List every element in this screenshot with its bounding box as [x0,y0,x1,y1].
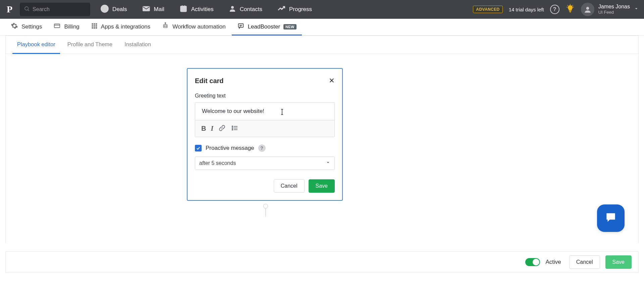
rte-toolbar: B I [195,120,334,137]
settings-bar: Settings Billing Apps & integrations Wor… [0,19,644,36]
greeting-label: Greeting text [195,93,335,99]
tab-workflow[interactable]: Workflow automation [156,19,231,36]
svg-point-16 [586,7,589,10]
svg-rect-26 [94,27,95,28]
svg-rect-27 [96,27,97,28]
proactive-checkbox[interactable] [195,145,202,151]
nav-label: Progress [289,6,312,13]
nav-mail[interactable]: Mail [137,0,169,19]
list-button[interactable] [231,124,239,133]
bottom-save-button[interactable]: Save [605,255,632,269]
bold-button[interactable]: B [201,125,206,132]
person-icon [228,5,236,14]
chat-fab[interactable] [597,204,625,232]
tab-label: Billing [64,23,79,30]
tab-label: Settings [21,23,42,30]
svg-point-29 [164,26,165,26]
card-save-button[interactable]: Save [309,179,335,193]
apps-icon [91,22,98,31]
progress-icon [277,5,286,14]
svg-rect-21 [96,23,97,25]
link-button[interactable] [218,124,226,133]
delay-value: after 5 seconds [199,160,236,166]
tab-label: Workflow automation [172,23,225,30]
svg-point-32 [165,22,166,23]
new-badge: NEW [283,24,297,29]
connector-dot [263,204,268,208]
svg-line-15 [572,5,573,6]
italic-button[interactable]: I [211,125,213,132]
svg-point-0 [25,7,29,10]
subtab-profile[interactable]: Profile and Theme [63,36,117,54]
active-label: Active [545,259,561,265]
card-title: Edit card [195,77,224,85]
subtab-playbook[interactable]: Playbook editor [12,36,60,54]
card-icon [53,22,61,31]
help-tooltip-icon[interactable]: ? [258,144,266,152]
dollar-icon [100,4,109,15]
svg-rect-23 [94,25,95,26]
text-cursor-icon [280,108,284,118]
chevron-down-icon [326,160,330,166]
subtab-label: Playbook editor [17,41,55,48]
nav-label: Contacts [240,6,262,13]
calendar-icon [179,4,188,15]
chat-icon [604,211,617,225]
greeting-input[interactable]: Welcome to our website! [195,103,334,120]
bottom-bar: Active Cancel Save [5,251,639,273]
bulb-icon[interactable] [566,4,575,15]
robot-icon [162,22,169,31]
chevron-down-icon [634,6,639,12]
bottom-cancel-button[interactable]: Cancel [569,255,600,269]
tab-billing[interactable]: Billing [48,19,85,36]
close-button[interactable] [329,76,335,85]
svg-rect-17 [54,24,60,28]
sub-tabs: Playbook editor Profile and Theme Instal… [6,36,638,54]
nav-label: Deals [112,6,127,13]
tab-apps[interactable]: Apps & integrations [86,19,156,36]
gear-icon [11,22,18,31]
subtab-installation[interactable]: Installation [120,36,156,54]
svg-line-14 [568,5,568,6]
connector-line [265,208,266,217]
help-icon[interactable]: ? [550,5,559,14]
delay-select[interactable]: after 5 seconds [195,157,335,170]
nav-label: Mail [154,6,164,13]
user-menu[interactable]: James Jonas UI Feed [581,3,639,16]
svg-point-46 [232,129,233,130]
nav-label: Activities [191,6,214,13]
header-right: ADVANCED 14 trial days left ? James Jona… [473,3,639,16]
svg-point-44 [232,126,233,127]
nav-deals[interactable]: Deals [96,0,131,19]
subtab-label: Installation [124,41,151,48]
svg-rect-3 [143,6,150,11]
proactive-label: Proactive message [206,145,254,151]
tab-leadbooster[interactable]: LeadBooster NEW [232,19,302,36]
svg-point-45 [232,127,233,128]
trial-text: 14 trial days left [509,7,544,12]
top-header: P Deals Mail Activities Contacts Progre [0,0,644,19]
logo: P [7,4,14,15]
svg-point-30 [166,26,166,26]
proactive-row: Proactive message ? [195,144,335,152]
svg-point-8 [231,6,234,9]
svg-rect-22 [92,25,93,26]
search-input[interactable] [33,6,86,12]
search-box[interactable] [20,3,90,16]
subtab-label: Profile and Theme [67,41,113,48]
nav-progress[interactable]: Progress [272,0,317,19]
tab-label: LeadBooster [248,23,280,30]
edit-card: Edit card Greeting text Welcome to our w… [187,68,343,201]
tab-settings[interactable]: Settings [5,19,47,36]
search-icon [24,6,30,13]
svg-rect-19 [92,23,93,25]
chat-box-icon [237,22,245,31]
user-role: UI Feed [598,10,630,15]
active-toggle[interactable] [525,258,540,266]
card-cancel-button[interactable]: Cancel [274,179,305,193]
nav-contacts[interactable]: Contacts [224,0,267,19]
svg-rect-33 [238,24,243,27]
avatar [581,3,594,16]
nav-activities[interactable]: Activities [174,0,218,19]
svg-rect-25 [92,27,93,28]
